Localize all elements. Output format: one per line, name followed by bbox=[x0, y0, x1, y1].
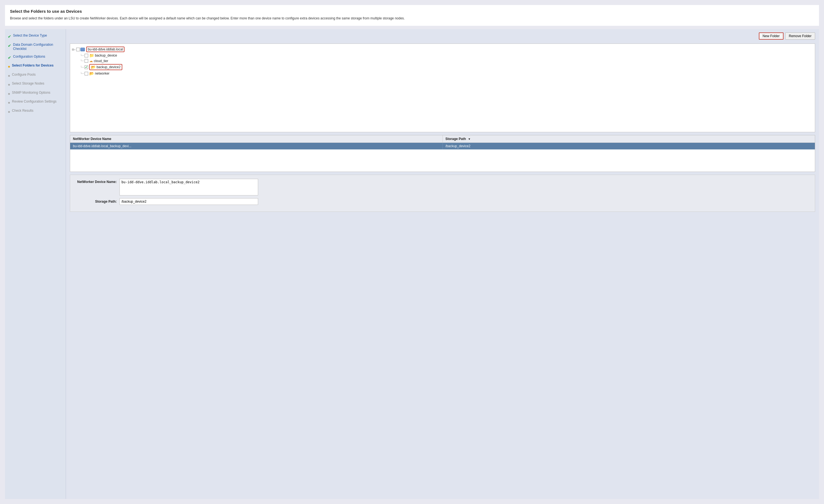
toolbar: New Folder Remove Folder bbox=[70, 32, 815, 40]
node-label-backup-device: backup_device bbox=[95, 54, 117, 58]
sidebar-item-select-folders[interactable]: ● Select Folders for Devices bbox=[5, 62, 66, 71]
tree-root: ⊟– bu-idd-ddve.iddla bbox=[72, 46, 813, 76]
active-icon: ● bbox=[8, 64, 10, 69]
sidebar-label-check-results: Check Results bbox=[12, 109, 33, 113]
node-label-backup-device2: backup_device2 bbox=[97, 65, 121, 69]
sidebar-label-select-device-type: Select the Device Type bbox=[13, 33, 47, 38]
device-name-label: NetWorker Device Name: bbox=[75, 180, 119, 184]
tree-panel: ⊟– bu-idd-ddve.iddla bbox=[70, 43, 815, 132]
sidebar-item-review-config[interactable]: ● Review Configuration Settings bbox=[5, 98, 66, 107]
sidebar-label-review-config: Review Configuration Settings bbox=[12, 100, 57, 104]
col-device-name[interactable]: NetWorker Device Name bbox=[70, 135, 443, 142]
disabled-icon: ● bbox=[8, 100, 10, 105]
table-row[interactable]: bu-idd-ddve.iddlab.local_backup_devi... … bbox=[70, 143, 815, 149]
table-empty-area bbox=[70, 149, 815, 172]
sidebar: ✔ Select the Device Type ✔ Data Domain C… bbox=[5, 29, 66, 499]
check-icon: ✔ bbox=[8, 34, 11, 39]
tree-node-backup-device2[interactable]: └─ ✔ 📂 backup_device2 bbox=[72, 64, 813, 71]
expander-icon: ⊟– bbox=[72, 48, 76, 51]
disabled-icon: ● bbox=[8, 109, 10, 114]
tree-root-node[interactable]: ⊟– bu-idd-ddve.iddla bbox=[72, 46, 813, 53]
disabled-icon: ● bbox=[8, 82, 10, 87]
sidebar-item-check-results[interactable]: ● Check Results bbox=[5, 107, 66, 116]
col-storage-path-label: Storage Path bbox=[445, 137, 466, 141]
sidebar-item-config-options[interactable]: ✔ Configuration Options bbox=[5, 53, 66, 62]
tree-node-backup-device[interactable]: └─ 📁 backup_device bbox=[72, 53, 813, 58]
svg-rect-2 bbox=[81, 49, 85, 51]
root-node-label: bu-idd-ddve.iddlab.local bbox=[88, 47, 123, 51]
sort-arrow-icon: ▼ bbox=[468, 137, 471, 140]
new-folder-button[interactable]: New Folder bbox=[759, 32, 784, 40]
cell-device-name: bu-idd-ddve.iddlab.local_backup_devi... bbox=[70, 143, 443, 149]
sidebar-label-select-storage-nodes: Select Storage Nodes bbox=[12, 82, 44, 86]
node-label-networker: networker bbox=[95, 72, 109, 75]
leaf-line: └─ bbox=[80, 66, 84, 69]
node-label-cloud-tier: cloud_tier bbox=[94, 59, 108, 63]
checkbox-backup-device[interactable] bbox=[85, 54, 88, 58]
table-header: NetWorker Device Name Storage Path ▼ bbox=[70, 135, 815, 143]
root-node-highlight: bu-idd-ddve.iddlab.local bbox=[86, 46, 125, 52]
sidebar-label-select-folders: Select Folders for Devices bbox=[12, 64, 54, 68]
device-name-row: NetWorker Device Name: bu-idd-ddve.iddla… bbox=[75, 179, 810, 195]
detail-section: NetWorker Device Name: bu-idd-ddve.iddla… bbox=[70, 175, 815, 212]
folder-blue-icon2: 📂 bbox=[89, 71, 94, 76]
device-table: NetWorker Device Name Storage Path ▼ bu-… bbox=[70, 135, 815, 172]
page-title: Select the Folders to use as Devices bbox=[10, 9, 814, 14]
disabled-icon: ● bbox=[8, 73, 10, 79]
leaf-line: └─ bbox=[80, 54, 84, 57]
checkbox-backup-device2[interactable]: ✔ bbox=[85, 66, 88, 69]
tree-node-cloud-tier[interactable]: └─ ☁ cloud_tier bbox=[72, 58, 813, 64]
cell-storage-path: /backup_device2 bbox=[443, 143, 815, 149]
svg-rect-1 bbox=[81, 48, 85, 49]
sidebar-item-snmp-monitoring[interactable]: ● SNMP Monitoring Options bbox=[5, 89, 66, 98]
checkbox-networker[interactable] bbox=[85, 72, 88, 75]
remove-folder-button[interactable]: Remove Folder bbox=[785, 32, 815, 40]
tree-node-networker[interactable]: └─ 📂 networker bbox=[72, 71, 813, 76]
page-description: Browse and select the folders under an L… bbox=[10, 16, 814, 21]
sidebar-label-config-options: Configuration Options bbox=[13, 55, 45, 59]
leaf-line: └─ bbox=[80, 72, 84, 75]
check-icon: ✔ bbox=[8, 43, 11, 48]
svg-rect-0 bbox=[80, 48, 85, 51]
sidebar-item-dd-config-checklist[interactable]: ✔ Data Domain Configuration Checklist bbox=[5, 41, 66, 53]
col-device-name-label: NetWorker Device Name bbox=[73, 137, 111, 141]
sidebar-label-dd-config-checklist: Data Domain Configuration Checklist bbox=[13, 43, 63, 51]
right-panel: New Folder Remove Folder ⊟– bbox=[66, 29, 819, 499]
check-icon: ✔ bbox=[8, 55, 11, 61]
root-checkbox[interactable] bbox=[76, 48, 80, 51]
server-icon bbox=[80, 48, 85, 51]
disabled-icon: ● bbox=[8, 91, 10, 96]
sidebar-item-configure-pools[interactable]: ● Configure Pools bbox=[5, 71, 66, 80]
main-content: ✔ Select the Device Type ✔ Data Domain C… bbox=[5, 29, 819, 499]
page-header: Select the Folders to use as Devices Bro… bbox=[5, 5, 819, 26]
sidebar-item-select-storage-nodes[interactable]: ● Select Storage Nodes bbox=[5, 80, 66, 89]
sidebar-label-snmp-monitoring: SNMP Monitoring Options bbox=[12, 91, 50, 95]
node-highlight-backup-device2: 📂 backup_device2 bbox=[89, 64, 122, 70]
device-name-input[interactable]: bu-idd-ddve.iddlab.local_backup_device2 bbox=[119, 179, 258, 195]
checkbox-cloud-tier[interactable] bbox=[85, 59, 88, 63]
sidebar-label-configure-pools: Configure Pools bbox=[12, 73, 35, 77]
sidebar-item-select-device-type[interactable]: ✔ Select the Device Type bbox=[5, 32, 66, 41]
storage-path-input[interactable] bbox=[119, 198, 258, 205]
folder-dark-icon: 📁 bbox=[89, 53, 94, 58]
col-storage-path[interactable]: Storage Path ▼ bbox=[443, 135, 815, 142]
cloud-icon: ☁ bbox=[89, 59, 93, 63]
leaf-line: └─ bbox=[80, 59, 84, 63]
folder-blue-icon: 📂 bbox=[91, 65, 96, 69]
storage-path-row: Storage Path: bbox=[75, 198, 810, 205]
storage-path-label: Storage Path: bbox=[75, 200, 119, 203]
